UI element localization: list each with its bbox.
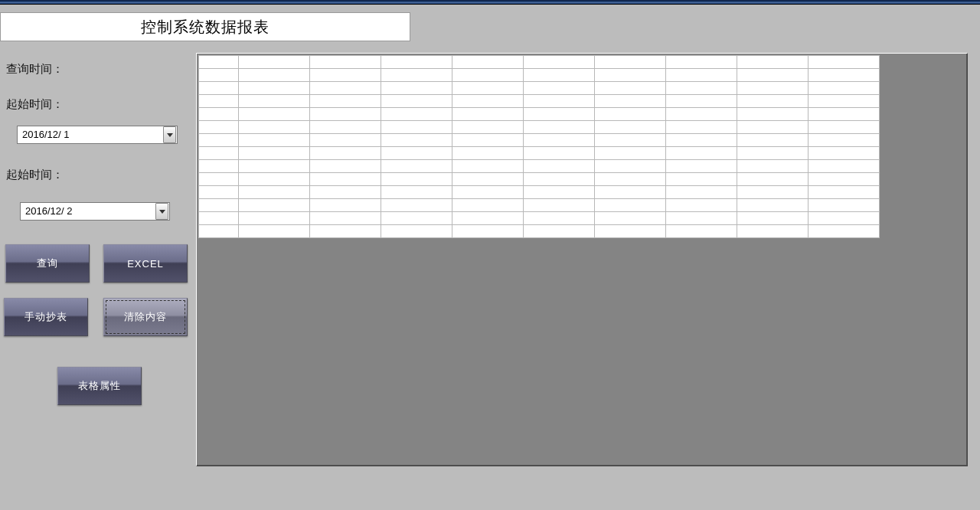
date-from-field[interactable]: 2016/12/ 1 <box>17 126 178 144</box>
table-cell[interactable] <box>524 212 595 225</box>
table-cell[interactable] <box>310 69 381 82</box>
table-cell[interactable] <box>310 82 381 95</box>
table-cell[interactable] <box>524 147 595 160</box>
date-from-dropdown-button[interactable] <box>163 126 176 143</box>
table-cell[interactable] <box>381 121 452 134</box>
table-cell[interactable] <box>808 108 880 121</box>
table-cell[interactable] <box>381 186 452 199</box>
table-cell[interactable] <box>310 186 381 199</box>
data-grid[interactable] <box>198 55 880 238</box>
table-cell[interactable] <box>808 199 880 212</box>
table-cell[interactable] <box>310 212 381 225</box>
table-cell[interactable] <box>452 147 524 160</box>
table-row[interactable] <box>199 173 880 186</box>
table-cell[interactable] <box>239 186 310 199</box>
table-cell[interactable] <box>595 134 666 147</box>
table-cell[interactable] <box>737 134 808 147</box>
table-cell[interactable] <box>199 186 239 199</box>
table-cell[interactable] <box>524 199 595 212</box>
table-cell[interactable] <box>199 56 239 69</box>
table-cell[interactable] <box>595 82 666 95</box>
table-cell[interactable] <box>808 56 880 69</box>
table-cell[interactable] <box>199 199 239 212</box>
table-cell[interactable] <box>310 56 381 69</box>
table-cell[interactable] <box>737 108 808 121</box>
table-cell[interactable] <box>595 108 666 121</box>
table-cell[interactable] <box>452 134 524 147</box>
table-cell[interactable] <box>737 186 808 199</box>
table-cell[interactable] <box>239 199 310 212</box>
manual-read-button[interactable]: 手动抄表 <box>4 298 88 336</box>
table-row[interactable] <box>199 69 880 82</box>
table-cell[interactable] <box>666 160 737 173</box>
table-cell[interactable] <box>381 108 452 121</box>
table-cell[interactable] <box>239 121 310 134</box>
table-cell[interactable] <box>595 160 666 173</box>
table-cell[interactable] <box>666 56 737 69</box>
table-cell[interactable] <box>381 95 452 108</box>
table-cell[interactable] <box>239 56 310 69</box>
table-cell[interactable] <box>199 212 239 225</box>
table-cell[interactable] <box>381 160 452 173</box>
table-cell[interactable] <box>239 225 310 238</box>
table-cell[interactable] <box>381 225 452 238</box>
table-cell[interactable] <box>199 147 239 160</box>
table-cell[interactable] <box>239 95 310 108</box>
table-row[interactable] <box>199 147 880 160</box>
table-cell[interactable] <box>595 69 666 82</box>
table-cell[interactable] <box>524 186 595 199</box>
table-cell[interactable] <box>808 82 880 95</box>
table-cell[interactable] <box>595 199 666 212</box>
table-cell[interactable] <box>452 212 524 225</box>
table-row[interactable] <box>199 121 880 134</box>
table-cell[interactable] <box>595 225 666 238</box>
excel-button[interactable]: EXCEL <box>103 244 188 283</box>
table-cell[interactable] <box>595 212 666 225</box>
table-cell[interactable] <box>524 134 595 147</box>
table-cell[interactable] <box>808 212 880 225</box>
table-cell[interactable] <box>239 69 310 82</box>
table-cell[interactable] <box>666 212 737 225</box>
table-cell[interactable] <box>595 147 666 160</box>
table-row[interactable] <box>199 212 880 225</box>
table-cell[interactable] <box>524 82 595 95</box>
clear-button[interactable]: 清除内容 <box>103 298 188 336</box>
table-cell[interactable] <box>452 121 524 134</box>
table-cell[interactable] <box>239 212 310 225</box>
table-cell[interactable] <box>808 134 880 147</box>
table-cell[interactable] <box>239 108 310 121</box>
table-cell[interactable] <box>737 82 808 95</box>
table-cell[interactable] <box>666 134 737 147</box>
table-cell[interactable] <box>595 173 666 186</box>
table-row[interactable] <box>199 82 880 95</box>
table-cell[interactable] <box>666 69 737 82</box>
table-cell[interactable] <box>737 56 808 69</box>
table-cell[interactable] <box>808 147 880 160</box>
table-row[interactable] <box>199 160 880 173</box>
table-cell[interactable] <box>199 134 239 147</box>
table-cell[interactable] <box>310 173 381 186</box>
table-cell[interactable] <box>452 173 524 186</box>
table-cell[interactable] <box>199 173 239 186</box>
table-cell[interactable] <box>524 108 595 121</box>
table-cell[interactable] <box>310 147 381 160</box>
table-cell[interactable] <box>808 121 880 134</box>
table-cell[interactable] <box>524 225 595 238</box>
table-cell[interactable] <box>199 108 239 121</box>
table-row[interactable] <box>199 186 880 199</box>
query-button[interactable]: 查询 <box>5 244 90 283</box>
table-cell[interactable] <box>381 69 452 82</box>
table-cell[interactable] <box>452 69 524 82</box>
table-cell[interactable] <box>381 82 452 95</box>
table-cell[interactable] <box>310 108 381 121</box>
table-cell[interactable] <box>199 160 239 173</box>
table-cell[interactable] <box>239 82 310 95</box>
table-cell[interactable] <box>381 199 452 212</box>
table-cell[interactable] <box>199 82 239 95</box>
table-cell[interactable] <box>595 56 666 69</box>
table-cell[interactable] <box>239 173 310 186</box>
table-cell[interactable] <box>524 69 595 82</box>
table-cell[interactable] <box>381 212 452 225</box>
table-cell[interactable] <box>666 108 737 121</box>
table-cell[interactable] <box>524 95 595 108</box>
